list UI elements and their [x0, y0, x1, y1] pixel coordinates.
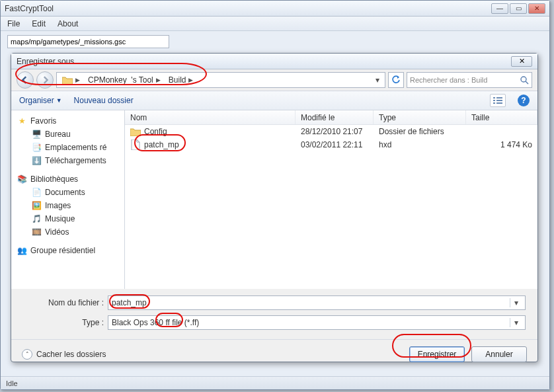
downloads-icon: ⬇️ — [31, 155, 42, 166]
dialog-close-button[interactable]: ✕ — [511, 56, 532, 67]
status-text: Idle — [6, 379, 18, 387]
col-modified[interactable]: Modifié le — [296, 110, 374, 124]
filetype-select[interactable]: Black Ops 360 ff file (*.ff) ▾ — [108, 315, 526, 330]
chevron-right-icon: ▶ — [75, 77, 80, 83]
svg-rect-6 — [493, 102, 495, 104]
dialog-toolbar: Organiser ▼ Nouveau dossier ? — [11, 91, 537, 110]
folder-icon — [62, 75, 73, 85]
sidebar-homegroup-head[interactable]: 👥 Groupe résidentiel — [17, 244, 124, 257]
breadcrumb-seg-2[interactable]: Build ▶ — [165, 73, 198, 87]
documents-icon: 📄 — [31, 187, 42, 198]
filename-label: Nom du fichier : — [23, 298, 108, 307]
col-type[interactable]: Type — [374, 110, 466, 124]
back-button[interactable] — [17, 71, 34, 89]
col-size[interactable]: Taille — [466, 110, 537, 124]
maximize-button[interactable]: ▭ — [510, 3, 527, 14]
chevron-up-icon: ˄ — [22, 349, 32, 360]
folder-icon — [130, 126, 141, 137]
chevron-down-icon: ▼ — [56, 97, 62, 104]
refresh-button[interactable] — [388, 72, 404, 88]
desktop-icon: 🖥️ — [31, 129, 42, 139]
table-row[interactable]: Config 28/12/2010 21:07 Dossier de fichi… — [125, 125, 537, 138]
menubar: File Edit About — [1, 17, 549, 31]
svg-rect-7 — [496, 102, 502, 104]
chevron-down-icon[interactable]: ▾ — [510, 318, 522, 327]
svg-rect-3 — [496, 97, 502, 98]
new-folder-button[interactable]: Nouveau dossier — [74, 96, 134, 105]
breadcrumb-root[interactable]: ▶ — [58, 73, 84, 87]
file-list-header: Nom Modifié le Type Taille — [125, 110, 537, 125]
app-titlebar: FastCryptTool — ▭ ✕ — [1, 1, 549, 17]
svg-point-0 — [521, 77, 526, 82]
svg-rect-2 — [493, 97, 495, 98]
script-path-input[interactable]: maps/mp/gametypes/_missions.gsc — [7, 35, 169, 48]
recent-icon: 📑 — [31, 142, 42, 153]
homegroup-icon: 👥 — [17, 245, 27, 256]
help-button[interactable]: ? — [518, 95, 530, 106]
col-name[interactable]: Nom — [125, 110, 296, 124]
file-icon — [130, 139, 141, 150]
dialog-titlebar: Enregistrer sous ✕ — [11, 54, 537, 69]
sidebar-favorites-head[interactable]: ★ Favoris — [17, 114, 124, 128]
svg-rect-4 — [493, 100, 495, 101]
filetype-label: Type : — [23, 318, 108, 327]
menu-edit[interactable]: Edit — [32, 19, 46, 28]
sidebar-item-images[interactable]: 🖼️ Images — [17, 199, 124, 212]
organize-button[interactable]: Organiser ▼ — [19, 96, 62, 105]
breadcrumb-seg-1[interactable]: CPMonkey_'s Tool ▶ — [84, 73, 165, 87]
table-row[interactable]: patch_mp 03/02/2011 22:11 hxd 1 474 Ko — [125, 138, 537, 151]
sidebar-item-videos[interactable]: 🎞️ Vidéos — [17, 225, 124, 239]
file-list: Nom Modifié le Type Taille Config 28/12/… — [125, 110, 537, 289]
sidebar-libraries-head[interactable]: 📚 Bibliothèques — [17, 173, 124, 186]
menu-file[interactable]: File — [7, 19, 20, 28]
chevron-right-icon: ▶ — [188, 77, 193, 83]
chevron-down-icon[interactable]: ▾ — [510, 298, 522, 307]
menu-about[interactable]: About — [58, 19, 78, 28]
search-placeholder: Rechercher dans : Build — [410, 76, 520, 84]
minimize-button[interactable]: — — [491, 3, 508, 14]
videos-icon: 🎞️ — [31, 227, 42, 237]
breadcrumb-dropdown[interactable]: ▾ — [372, 75, 383, 85]
sidebar-item-desktop[interactable]: 🖥️ Bureau — [17, 128, 124, 141]
search-icon — [520, 76, 529, 85]
svg-rect-5 — [496, 100, 502, 101]
save-as-dialog: Enregistrer sous ✕ ▶ CPMonkey_'s Tool ▶ … — [11, 53, 538, 362]
sidebar-item-recent[interactable]: 📑 Emplacements ré — [17, 141, 124, 154]
arrow-right-icon — [41, 76, 49, 84]
close-button[interactable]: ✕ — [528, 3, 545, 14]
filename-input[interactable]: patch_mp ▾ — [108, 295, 526, 310]
breadcrumb[interactable]: ▶ CPMonkey_'s Tool ▶ Build ▶ ▾ — [56, 72, 385, 88]
sidebar-item-downloads[interactable]: ⬇️ Téléchargements — [17, 154, 124, 167]
nav-row: ▶ CPMonkey_'s Tool ▶ Build ▶ ▾ Recherche… — [11, 69, 537, 91]
images-icon: 🖼️ — [31, 200, 42, 211]
sidebar-item-documents[interactable]: 📄 Documents — [17, 186, 124, 199]
star-icon: ★ — [17, 116, 27, 126]
app-title: FastCryptTool — [5, 4, 491, 13]
svg-line-1 — [526, 81, 528, 84]
forward-button[interactable] — [36, 71, 54, 89]
save-button[interactable]: Enregistrer — [409, 346, 465, 362]
dialog-footer: ˄ Cacher les dossiers Enregistrer Annule… — [11, 339, 537, 368]
refresh-icon — [391, 75, 401, 85]
view-icon — [493, 97, 502, 104]
view-menu-button[interactable] — [490, 94, 506, 107]
sidebar-item-music[interactable]: 🎵 Musique — [17, 212, 124, 225]
music-icon: 🎵 — [31, 214, 42, 224]
statusbar: Idle — [1, 376, 549, 389]
save-fields: Nom du fichier : patch_mp ▾ Type : Black… — [11, 289, 537, 339]
libraries-icon: 📚 — [17, 174, 27, 184]
arrow-left-icon — [21, 76, 29, 84]
sidebar: ★ Favoris 🖥️ Bureau 📑 Emplacements ré ⬇️… — [11, 110, 125, 289]
cancel-button[interactable]: Annuler — [471, 346, 527, 362]
search-input[interactable]: Rechercher dans : Build — [407, 72, 532, 88]
hide-folders-toggle[interactable]: ˄ Cacher les dossiers — [22, 349, 106, 360]
chevron-right-icon: ▶ — [156, 77, 161, 83]
dialog-title: Enregistrer sous — [17, 57, 511, 66]
